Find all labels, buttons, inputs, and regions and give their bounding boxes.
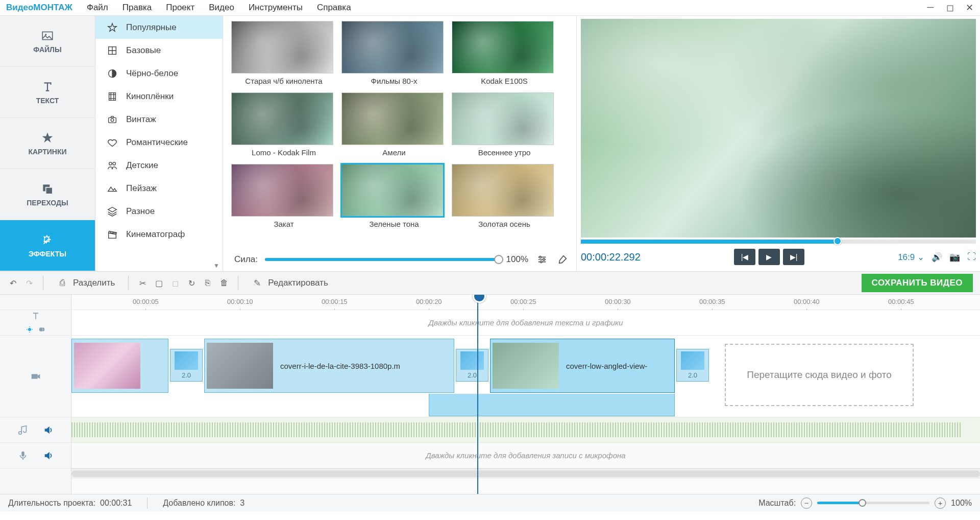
main-area: ФАЙЛЫ ТЕКСТ КАРТИНКИ ПЕРЕХОДЫ ЭФФЕКТЫ По… [0,16,980,271]
playhead[interactable] [477,295,478,494]
timeline-tracks[interactable]: 00:00:0500:00:1000:00:1500:00:2000:00:25… [71,295,980,494]
video-clip-3-ext[interactable] [429,394,675,416]
effects-panel: Старая ч/б кинолентаФильмы 80-хKodak E10… [223,16,577,271]
sidebar-item-files[interactable]: ФАЙЛЫ [0,16,95,67]
video-track[interactable]: 2.0 coverr-i-le-de-la-cite-3983-1080p.m … [71,336,980,417]
category-item[interactable]: Чёрно-белое [95,62,223,85]
cut-icon[interactable]: ✂ [137,277,148,289]
aspect-ratio-select[interactable]: 16:9 ⌄ [898,252,924,263]
contrast-icon [107,68,118,79]
timeline-ruler[interactable]: 00:00:0500:00:1000:00:1500:00:2000:00:25… [71,295,980,310]
video-clip-1[interactable] [71,339,168,393]
resize-icon[interactable]: ◻ [169,277,181,289]
prev-button[interactable]: |◀ [734,249,755,265]
menu-file[interactable]: Файл [87,3,108,13]
transition-3[interactable]: 2.0 [676,349,709,382]
category-item[interactable]: Детские [95,154,223,177]
effect-thumb [341,21,444,74]
effect-item[interactable]: Весеннее утро [452,92,557,158]
strength-slider[interactable] [265,258,499,261]
effect-item[interactable]: Kodak E100S [452,21,557,86]
undo-icon[interactable]: ↶ [7,277,18,289]
zoom-control: Масштаб: − + 100% [758,498,972,509]
effect-item[interactable]: Фильмы 80-х [341,21,447,86]
camera-icon [107,114,118,125]
category-item[interactable]: Киноплёнки [95,85,223,108]
effect-label: Фильмы 80-х [341,74,447,86]
video-dropzone[interactable]: Перетащите сюда видео и фото [725,344,914,406]
sidebar-label-pictures: КАРТИНКИ [28,148,66,156]
minimize-icon[interactable]: ─ [926,2,935,13]
crop-icon[interactable]: ▢ [153,277,164,289]
redo-icon[interactable]: ↷ [23,277,35,289]
category-item[interactable]: Винтаж [95,108,223,131]
timeline: 00:00:0500:00:1000:00:1500:00:2000:00:25… [0,295,980,494]
delete-icon[interactable]: 🗑 [218,277,230,289]
transition-2[interactable]: 2.0 [456,349,488,382]
timeline-scrollbar[interactable] [71,468,980,479]
effects-grid[interactable]: Старая ч/б кинолентаФильмы 80-хKodak E10… [231,21,572,247]
track-header-text[interactable] [0,310,71,336]
sidebar-item-transitions[interactable]: ПЕРЕХОДЫ [0,169,95,220]
volume-icon[interactable]: 🔊 [932,252,942,263]
zoom-slider[interactable] [817,502,929,504]
effect-item[interactable]: Зеленые тона [341,164,447,229]
sidebar-item-text[interactable]: ТЕКСТ [0,67,95,118]
brush-icon[interactable] [556,253,569,266]
category-item[interactable]: Популярные [95,16,223,39]
svg-rect-6 [109,92,116,100]
category-item[interactable]: Разное [95,200,223,223]
preview-controls: 00:00:22.292 |◀ ▶ ▶| 16:9 ⌄ 🔊 📷 ⛶ [581,247,976,267]
ruler-tick: 00:00:20 [416,298,442,305]
video-clip-2[interactable]: coverr-i-le-de-la-cite-3983-1080p.m [204,339,454,393]
menu-items: Файл Правка Проект Видео Инструменты Спр… [87,3,351,13]
menu-edit[interactable]: Правка [122,3,152,13]
category-item[interactable]: Пейзаж [95,177,223,200]
edit-button[interactable]: ✎ Редактировать [247,275,333,291]
replace-icon[interactable]: ⎘ [202,277,213,289]
track-header-mic[interactable] [0,443,71,468]
effect-item[interactable]: Амели [341,92,447,158]
track-header-video[interactable] [0,336,71,417]
menu-video[interactable]: Видео [209,3,234,13]
category-item[interactable]: Кинематограф [95,223,223,246]
sidebar-item-effects[interactable]: ЭФФЕКТЫ [0,220,95,271]
scroll-down-icon[interactable]: ▼ [213,262,219,269]
snapshot-icon[interactable]: 📷 [949,252,960,263]
sidebar-item-pictures[interactable]: КАРТИНКИ [0,118,95,169]
track-header-audio[interactable] [0,417,71,443]
menu-help[interactable]: Справка [317,3,351,13]
menu-tools[interactable]: Инструменты [249,3,303,13]
next-button[interactable]: ▶| [783,249,804,265]
effect-item[interactable]: Lomo - Kodak Film [231,92,336,158]
effect-item[interactable]: Старая ч/б кинолента [231,21,336,86]
settings-icon[interactable] [535,253,549,266]
svg-point-15 [28,328,31,331]
zoom-in-button[interactable]: + [935,498,946,509]
effect-item[interactable]: Закат [231,164,336,229]
text-icon [41,80,54,93]
video-clip-3[interactable]: coverr-low-angled-view- [490,339,675,393]
category-item[interactable]: Романтические [95,131,223,154]
music-track-icon [17,424,29,436]
preview-progress[interactable] [581,240,976,244]
split-button[interactable]: ⎙ Разделить [52,275,120,291]
effect-thumb [341,164,444,217]
text-track[interactable]: Дважды кликните для добавления текста и … [71,310,980,336]
transition-1[interactable]: 2.0 [170,349,203,382]
play-button[interactable]: ▶ [758,249,780,265]
rotate-icon[interactable]: ↻ [186,277,197,289]
mic-track[interactable]: Дважды кликните для добавления записи с … [71,443,980,468]
menu-project[interactable]: Проект [166,3,194,13]
maximize-icon[interactable]: ◻ [945,2,954,13]
fullscreen-icon[interactable]: ⛶ [967,252,976,262]
audio-track[interactable] [71,417,980,443]
wand-icon [41,233,54,247]
close-icon[interactable]: ✕ [965,2,974,13]
save-video-button[interactable]: СОХРАНИТЬ ВИДЕО [862,274,973,292]
layers-icon [107,206,118,217]
effect-item[interactable]: Золотая осень [452,164,557,229]
speaker-icon [43,450,54,461]
zoom-out-button[interactable]: − [801,498,812,509]
category-item[interactable]: Базовые [95,39,223,62]
